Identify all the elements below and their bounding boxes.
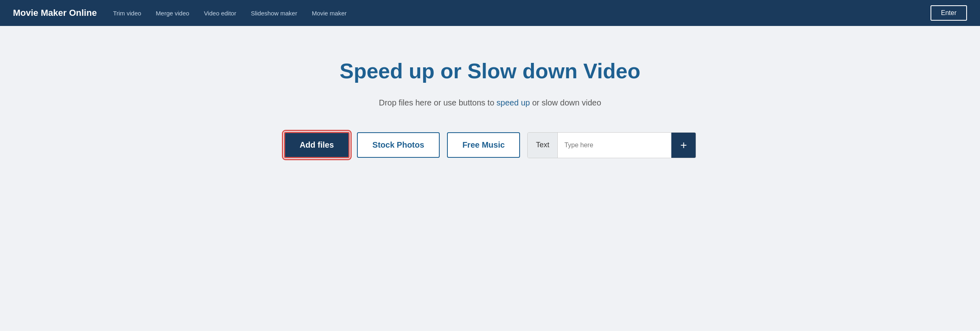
subtitle-suffix: or slow down video xyxy=(530,98,601,107)
add-files-button[interactable]: Add files xyxy=(284,132,350,158)
plus-button[interactable]: + xyxy=(671,133,696,158)
text-input-group: Text + xyxy=(527,132,696,158)
nav-link-video-editor[interactable]: Video editor xyxy=(204,10,236,17)
text-label: Text xyxy=(528,133,558,158)
main-content: Speed up or Slow down Video Drop files h… xyxy=(0,26,980,183)
free-music-button[interactable]: Free Music xyxy=(447,132,520,158)
page-subtitle: Drop files here or use buttons to speed … xyxy=(379,98,601,107)
navbar: Movie Maker Online Trim video Merge vide… xyxy=(0,0,980,26)
buttons-row: Add files Stock Photos Free Music Text + xyxy=(284,132,696,158)
speed-up-link[interactable]: speed up xyxy=(496,98,530,107)
stock-photos-button[interactable]: Stock Photos xyxy=(357,132,440,158)
nav-link-slideshow-maker[interactable]: Slideshow maker xyxy=(251,10,297,17)
enter-button[interactable]: Enter xyxy=(931,5,967,21)
nav-link-movie-maker[interactable]: Movie maker xyxy=(312,10,347,17)
navbar-links: Trim video Merge video Video editor Slid… xyxy=(113,10,914,17)
nav-link-merge-video[interactable]: Merge video xyxy=(156,10,189,17)
text-input[interactable] xyxy=(558,133,671,158)
navbar-brand: Movie Maker Online xyxy=(13,8,97,18)
subtitle-prefix: Drop files here or use buttons to xyxy=(379,98,496,107)
nav-link-trim-video[interactable]: Trim video xyxy=(113,10,141,17)
page-title: Speed up or Slow down Video xyxy=(340,58,640,84)
